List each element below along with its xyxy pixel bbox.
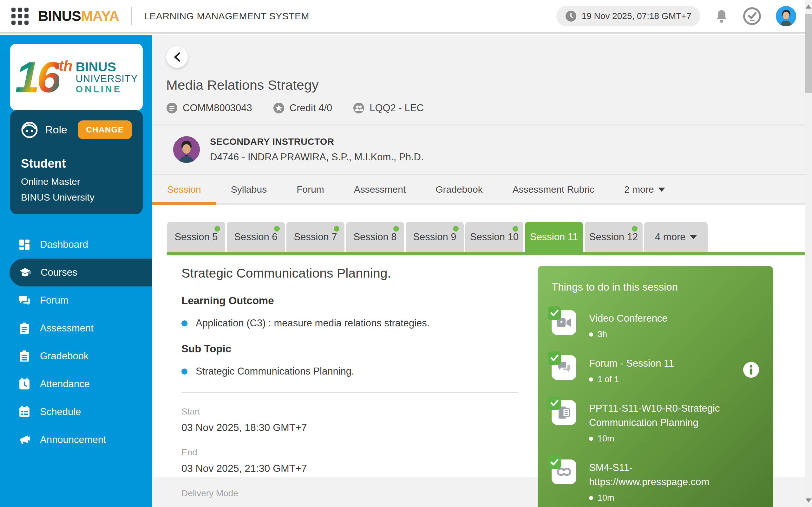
tab-session[interactable]: Session	[152, 175, 216, 203]
instructor-avatar	[173, 136, 200, 163]
scroll-up-arrow-icon[interactable]	[806, 4, 811, 9]
sidebar-item-label: Assessment	[40, 323, 94, 334]
sub-topic-item: Strategic Communications Planning.	[182, 366, 518, 377]
tab-label: Forum	[297, 184, 324, 195]
session-tab-5[interactable]: Session 5	[167, 222, 225, 252]
tab-syllabus[interactable]: Syllabus	[216, 175, 282, 203]
sidebar-item-label: Gradebook	[40, 350, 89, 362]
session-tab-label: Session 6	[234, 231, 277, 243]
university-logo-card: 16th BINUS UNIVERSITY ONLINE	[10, 44, 143, 110]
sidebar-item-forum[interactable]: Forum	[0, 286, 152, 314]
bullet-dot	[182, 320, 188, 326]
dashboard-icon	[18, 239, 31, 250]
binusmaya-logo[interactable]: BINUSMAYA	[38, 8, 119, 24]
content-divider	[182, 392, 518, 393]
sidebar-item-announcement[interactable]: Announcement	[0, 426, 152, 454]
sub-topic-heading: Sub Topic	[182, 343, 518, 355]
session-tab-label: Session 9	[413, 231, 456, 243]
tab-assessment-rubric[interactable]: Assessment Rubric	[498, 175, 609, 203]
session-tab-12[interactable]: Session 12	[585, 222, 643, 252]
completed-dot	[334, 226, 339, 232]
link-icon	[552, 459, 576, 484]
datetime-text: 19 Nov 2025, 07:18 GMT+7	[582, 11, 692, 21]
courses-icon	[19, 267, 31, 279]
video-conference-icon	[552, 310, 576, 335]
attendance-check-icon[interactable]	[743, 7, 761, 25]
completed-dot	[214, 226, 220, 232]
role-institution: BINUS University	[21, 192, 132, 203]
scroll-down-arrow-icon[interactable]	[806, 498, 811, 503]
session-tabs: Session 5 Session 6 Session 7 Session 8 …	[167, 222, 805, 255]
sidebar-item-attendance[interactable]: Attendance	[0, 370, 152, 398]
session-tab-7[interactable]: Session 7	[287, 222, 345, 252]
role-card: Role CHANGE Student Online Master BINUS …	[10, 110, 143, 214]
tab-assessment[interactable]: Assessment	[339, 175, 420, 203]
completed-dot	[513, 226, 518, 232]
sidebar-item-courses[interactable]: Courses	[9, 259, 152, 286]
completed-dot	[632, 226, 638, 232]
todo-item-duration: 1 of 1	[598, 375, 619, 384]
session-tab-11-active[interactable]: Session 11	[525, 222, 583, 252]
forum-threads-icon	[552, 355, 576, 380]
tab-gradebook[interactable]: Gradebook	[420, 175, 497, 203]
session-tab-10[interactable]: Session 10	[465, 222, 523, 252]
todo-item-duration: 10m	[598, 493, 614, 503]
change-role-button[interactable]: CHANGE	[78, 120, 132, 139]
session-tab-label: Session 5	[174, 231, 217, 243]
course-code-icon	[166, 102, 177, 114]
sidebar-item-assessment[interactable]: Assessment	[0, 314, 152, 342]
credit-star-icon	[273, 102, 285, 114]
todo-item-title: SM4-S11-https://www.presspage.com	[589, 461, 728, 489]
completed-check-icon	[548, 351, 561, 365]
sidebar-item-label: Schedule	[40, 406, 81, 418]
forum-icon	[18, 294, 31, 306]
course-code-text: COMM8003043	[183, 102, 252, 114]
todo-item-sm4-link[interactable]: SM4-S11-https://www.presspage.com 10m	[552, 459, 759, 503]
sidebar-item-label: Dashboard	[40, 239, 88, 250]
todo-item-ppt11[interactable]: PPT11-S11-W10-R0-Strategic Communication…	[552, 400, 759, 444]
session-tabs-more[interactable]: 4 more	[644, 222, 708, 252]
chevron-left-icon	[171, 51, 183, 63]
role-program: Online Master	[21, 176, 132, 187]
attendance-icon	[18, 378, 31, 390]
sidebar-item-dashboard[interactable]: Dashboard	[0, 231, 152, 259]
sidebar: 16th BINUS UNIVERSITY ONLINE Role CHANGE…	[0, 35, 152, 507]
scrollbar-thumb[interactable]	[805, 14, 812, 93]
completed-check-icon	[548, 396, 561, 410]
page-scrollbar[interactable]	[805, 0, 812, 507]
course-class: LQQ2 - LEC	[353, 102, 424, 114]
sidebar-item-gradebook[interactable]: Gradebook	[0, 342, 152, 370]
session-tab-8[interactable]: Session 8	[346, 222, 404, 252]
completed-check-icon	[548, 306, 561, 320]
completed-dot	[274, 226, 280, 232]
todo-item-forum-session-11[interactable]: Forum - Session 11 1 of 1	[552, 355, 759, 384]
session-tab-9[interactable]: Session 9	[406, 222, 464, 252]
info-icon[interactable]	[743, 362, 759, 378]
tab-more[interactable]: 2 more	[609, 175, 680, 203]
chevron-down-icon	[690, 235, 697, 239]
user-avatar[interactable]	[776, 6, 796, 26]
tab-forum[interactable]: Forum	[282, 175, 339, 203]
session-tab-label: Session 8	[353, 231, 397, 243]
logo-number: 16	[15, 57, 59, 97]
notifications-bell-icon[interactable]	[715, 9, 728, 23]
tab-label: 2 more	[624, 184, 654, 195]
todo-item-title: Video Conference	[589, 312, 668, 326]
sidebar-item-schedule[interactable]: Schedule	[0, 398, 152, 426]
completed-check-icon	[548, 456, 561, 469]
brand-maya: MAYA	[81, 8, 119, 24]
tab-label: Assessment	[354, 184, 406, 195]
session-tab-label: Session 10	[470, 231, 519, 243]
bullet-dot	[182, 369, 188, 375]
binusmaya-lms-page: BINUSMAYA LEARNING MANAGEMENT SYSTEM 19 …	[0, 0, 812, 507]
duration-dot	[589, 332, 593, 337]
back-button[interactable]	[166, 46, 188, 68]
session-area: Session 5 Session 6 Session 7 Session 8 …	[152, 205, 805, 477]
session-tab-6[interactable]: Session 6	[227, 222, 285, 252]
brand-binus: BINUS	[38, 8, 81, 24]
todo-item-video-conference[interactable]: Video Conference 3h	[552, 310, 759, 339]
session-detail: Strategic Communications Planning. Learn…	[182, 266, 518, 507]
app-launcher-icon[interactable]	[11, 8, 29, 25]
sidebar-item-label: Courses	[41, 267, 77, 278]
tab-label: Assessment Rubric	[513, 184, 595, 195]
